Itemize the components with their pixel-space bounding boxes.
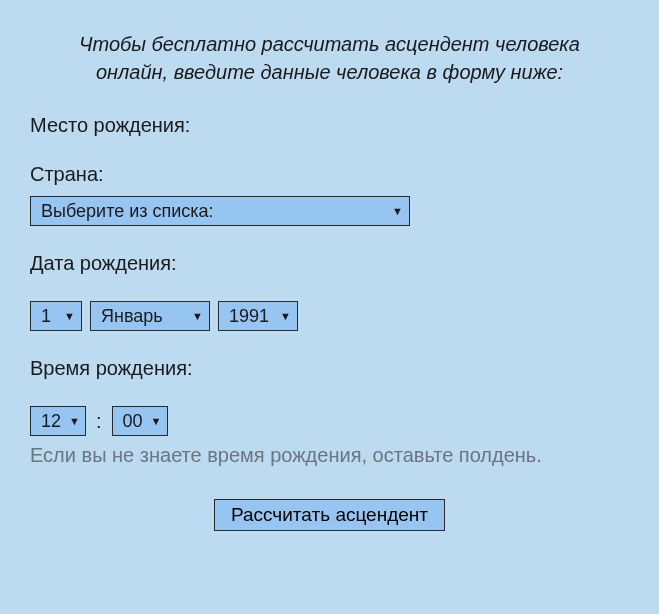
chevron-down-icon: ▼ <box>151 415 162 427</box>
country-select[interactable]: Выберите из списка: ▼ <box>30 196 410 226</box>
hour-select-value: 12 <box>41 411 61 432</box>
day-select-value: 1 <box>41 306 51 327</box>
birthtime-note: Если вы не знаете время рождения, оставь… <box>30 442 629 469</box>
month-select-value: Январь <box>101 306 163 327</box>
year-select[interactable]: 1991 ▼ <box>218 301 298 331</box>
birthdate-section: Дата рождения: 1 ▼ Январь ▼ 1991 ▼ <box>30 252 629 331</box>
chevron-down-icon: ▼ <box>192 310 203 322</box>
minute-select[interactable]: 00 ▼ <box>112 406 168 436</box>
hour-select[interactable]: 12 ▼ <box>30 406 86 436</box>
country-select-value: Выберите из списка: <box>41 201 214 222</box>
birthdate-label: Дата рождения: <box>30 252 629 275</box>
intro-text: Чтобы бесплатно рассчитать асцендент чел… <box>30 30 629 86</box>
birthtime-row: 12 ▼ : 00 ▼ <box>30 406 629 436</box>
time-colon: : <box>94 410 104 433</box>
chevron-down-icon: ▼ <box>69 415 80 427</box>
chevron-down-icon: ▼ <box>64 310 75 322</box>
day-select[interactable]: 1 ▼ <box>30 301 82 331</box>
chevron-down-icon: ▼ <box>392 205 403 217</box>
birthdate-row: 1 ▼ Январь ▼ 1991 ▼ <box>30 301 629 331</box>
minute-select-value: 00 <box>123 411 143 432</box>
calculate-button[interactable]: Рассчитать асцендент <box>214 499 445 531</box>
submit-wrap: Рассчитать асцендент <box>30 499 629 531</box>
birthplace-label: Место рождения: <box>30 114 629 137</box>
year-select-value: 1991 <box>229 306 269 327</box>
month-select[interactable]: Январь ▼ <box>90 301 210 331</box>
birthtime-label: Время рождения: <box>30 357 629 380</box>
chevron-down-icon: ▼ <box>280 310 291 322</box>
birthplace-section: Место рождения: <box>30 114 629 137</box>
country-section: Страна: Выберите из списка: ▼ <box>30 163 629 226</box>
birthtime-section: Время рождения: 12 ▼ : 00 ▼ Если вы не з… <box>30 357 629 469</box>
country-label: Страна: <box>30 163 629 186</box>
